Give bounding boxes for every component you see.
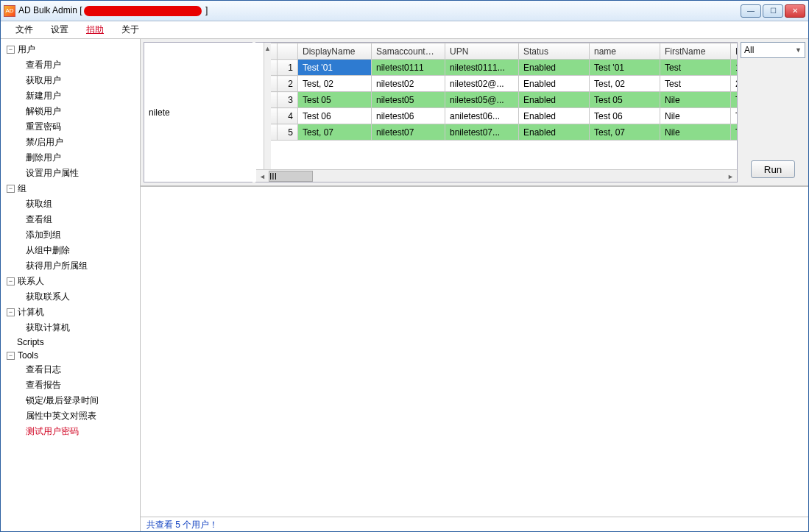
tree-group[interactable]: −计算机 bbox=[1, 305, 140, 320]
tree-item[interactable]: 获得用户所属组 bbox=[1, 258, 140, 274]
tree-group[interactable]: −Tools bbox=[1, 349, 140, 362]
grid-cell[interactable]: Test, 02 bbox=[298, 76, 372, 92]
collapse-icon[interactable]: − bbox=[7, 352, 15, 360]
grid-cell[interactable]: Test, 02 bbox=[590, 76, 660, 92]
tree-item[interactable]: 添加到组 bbox=[1, 227, 140, 243]
tree-item-scripts[interactable]: Scripts bbox=[1, 336, 140, 349]
grid-cell[interactable]: Test 06 bbox=[298, 108, 372, 124]
tree-item[interactable]: 获取用户 bbox=[1, 73, 140, 88]
grid-cell[interactable]: niletest06 bbox=[372, 108, 445, 124]
grid-cell[interactable]: Nile bbox=[660, 124, 731, 141]
grid-cell[interactable]: Test 05 bbox=[590, 92, 660, 108]
grid-cell[interactable]: Test 05 bbox=[298, 92, 372, 108]
grid-cell[interactable]: niletest0111... bbox=[445, 60, 519, 76]
menu-settings[interactable]: 设置 bbox=[42, 22, 77, 38]
grid-column-header[interactable]: Status bbox=[519, 43, 590, 60]
grid-cell[interactable]: niletest05@... bbox=[445, 92, 519, 108]
grid-cell[interactable]: 2 bbox=[731, 76, 738, 92]
search-scrollbar[interactable]: ▲ bbox=[264, 43, 271, 182]
app-window: AD AD Bulk Admin [ ] — ☐ ✕ 文件 设置 捐助 关于 −… bbox=[0, 0, 809, 532]
menu-file[interactable]: 文件 bbox=[7, 22, 42, 38]
scroll-left-icon[interactable]: ◄ bbox=[256, 170, 269, 182]
grid-cell[interactable]: Enabled bbox=[519, 60, 590, 76]
grid-cell[interactable]: Enabled bbox=[519, 108, 590, 124]
grid-cell[interactable]: aniletest06... bbox=[445, 108, 519, 124]
collapse-icon[interactable]: − bbox=[7, 308, 15, 316]
grid-column-header[interactable]: SamaccountNam bbox=[372, 43, 445, 60]
tree-item[interactable]: 新建用户 bbox=[1, 88, 140, 104]
grid-cell[interactable]: niletest07 bbox=[372, 124, 445, 141]
tree-item[interactable]: 查看用户 bbox=[1, 57, 140, 73]
tree-group[interactable]: −组 bbox=[1, 181, 140, 196]
tree-item[interactable]: 设置用户属性 bbox=[1, 166, 140, 181]
table-row[interactable]: ▶1Test '01niletest0111niletest0111...Ena… bbox=[257, 60, 738, 76]
status-bar: 共查看 5 个用户！ bbox=[141, 517, 808, 531]
tree-item[interactable]: 获取计算机 bbox=[1, 320, 140, 336]
tree-item[interactable]: 解锁用户 bbox=[1, 104, 140, 119]
tree-item[interactable]: 从组中删除 bbox=[1, 243, 140, 258]
filter-dropdown[interactable]: All ▼ bbox=[741, 42, 805, 58]
search-input[interactable] bbox=[144, 43, 264, 182]
table-row[interactable]: 5Test, 07niletest07bniletest07...Enabled… bbox=[257, 124, 738, 141]
data-grid[interactable]: DisplayNameSamaccountNamUPNStatusnameFir… bbox=[255, 42, 738, 182]
grid-cell[interactable]: Tes bbox=[731, 124, 738, 141]
title-prefix: AD Bulk Admin [ bbox=[18, 5, 82, 15]
tree-item[interactable]: 获取联系人 bbox=[1, 289, 140, 305]
grid-column-header[interactable]: DisplayName bbox=[298, 43, 372, 60]
grid-column-header[interactable]: FirstName bbox=[660, 43, 731, 60]
grid-cell[interactable]: Enabled bbox=[519, 92, 590, 108]
grid-cell[interactable]: niletest05 bbox=[372, 92, 445, 108]
table-row[interactable]: 2Test, 02niletest02niletest02@...Enabled… bbox=[257, 76, 738, 92]
grid-cell[interactable]: Enabled bbox=[519, 76, 590, 92]
grid-cell[interactable]: Test '01 bbox=[590, 60, 660, 76]
scroll-thumb[interactable]: III bbox=[269, 171, 313, 182]
tree-item[interactable]: 查看日志 bbox=[1, 362, 140, 377]
grid-column-header[interactable]: name bbox=[590, 43, 660, 60]
tree-item[interactable]: 测试用户密码 bbox=[1, 424, 140, 439]
tree-item[interactable]: 获取组 bbox=[1, 196, 140, 212]
menu-about[interactable]: 关于 bbox=[113, 22, 148, 38]
tree-item[interactable]: 禁/启用户 bbox=[1, 135, 140, 150]
grid-cell[interactable]: Test bbox=[660, 60, 731, 76]
grid-cell[interactable]: Test, 07 bbox=[298, 124, 372, 141]
grid-cell[interactable]: Enabled bbox=[519, 124, 590, 141]
tree-item[interactable]: 删除用户 bbox=[1, 150, 140, 166]
tree-item[interactable]: 重置密码 bbox=[1, 119, 140, 135]
collapse-icon[interactable]: − bbox=[7, 185, 15, 193]
tree-item[interactable]: 查看报告 bbox=[1, 377, 140, 393]
tree-item[interactable]: 锁定/最后登录时间 bbox=[1, 393, 140, 408]
grid-cell[interactable]: 1 bbox=[731, 60, 738, 76]
top-pane: ▲ DisplayNameSamaccountNamUPNStatusnameF… bbox=[141, 39, 808, 186]
minimize-button[interactable]: — bbox=[741, 4, 761, 18]
collapse-icon[interactable]: − bbox=[7, 277, 15, 285]
scroll-right-icon[interactable]: ► bbox=[724, 170, 737, 182]
grid-cell[interactable]: Nile bbox=[660, 108, 731, 124]
grid-column-header[interactable]: Las bbox=[731, 43, 738, 60]
grid-column-header[interactable]: UPN bbox=[445, 43, 519, 60]
grid-cell[interactable]: niletest02 bbox=[372, 76, 445, 92]
grid-cell[interactable]: Nile bbox=[660, 92, 731, 108]
grid-cell[interactable]: bniletest07... bbox=[445, 124, 519, 141]
grid-cell[interactable]: Test 06 bbox=[590, 108, 660, 124]
grid-cell[interactable]: Tes bbox=[731, 108, 738, 124]
grid-cell[interactable]: Test, 07 bbox=[590, 124, 660, 141]
menu-donate[interactable]: 捐助 bbox=[77, 22, 113, 38]
table-row[interactable]: 4Test 06niletest06aniletest06...EnabledT… bbox=[257, 108, 738, 124]
tree-item[interactable]: 查看组 bbox=[1, 212, 140, 227]
grid-horizontal-scrollbar[interactable]: ◄ III ► bbox=[256, 169, 737, 182]
grid-cell[interactable]: niletest0111 bbox=[372, 60, 445, 76]
maximize-button[interactable]: ☐ bbox=[763, 4, 783, 18]
table-row[interactable]: 3Test 05niletest05niletest05@...EnabledT… bbox=[257, 92, 738, 108]
collapse-icon[interactable]: − bbox=[7, 46, 15, 54]
sidebar[interactable]: −用户查看用户获取用户新建用户解锁用户重置密码禁/启用户删除用户设置用户属性−组… bbox=[1, 39, 141, 531]
close-button[interactable]: ✕ bbox=[785, 4, 805, 18]
grid-cell[interactable]: niletest02@... bbox=[445, 76, 519, 92]
grid-cell[interactable]: Tes bbox=[731, 92, 738, 108]
tree-item[interactable]: 属性中英文对照表 bbox=[1, 408, 140, 424]
run-button[interactable]: Run bbox=[751, 160, 795, 178]
grid-cell[interactable]: Test '01 bbox=[298, 60, 372, 76]
scroll-up-icon[interactable]: ▲ bbox=[264, 43, 271, 54]
grid-cell[interactable]: Test bbox=[660, 76, 731, 92]
tree-group[interactable]: −用户 bbox=[1, 42, 140, 57]
tree-group[interactable]: −联系人 bbox=[1, 274, 140, 289]
